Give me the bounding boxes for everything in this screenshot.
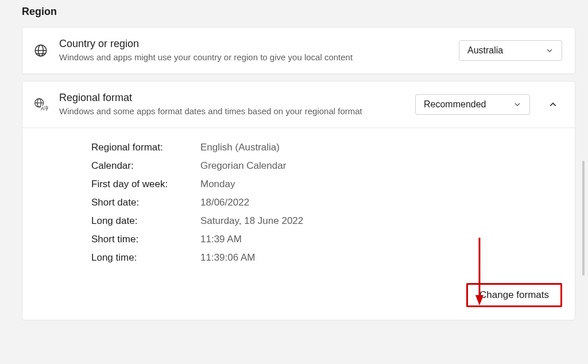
chevron-up-icon	[549, 100, 557, 109]
detail-value: English (Australia)	[200, 142, 280, 153]
change-formats-row: Change formats	[91, 283, 562, 307]
regional-format-dropdown[interactable]: Recommended	[415, 94, 530, 115]
detail-value: Gregorian Calendar	[200, 160, 286, 172]
regional-format-dropdown-value: Recommended	[424, 99, 486, 110]
regional-format-title: Regional format	[59, 92, 405, 104]
scrollbar[interactable]	[582, 161, 585, 276]
detail-regional-format: Regional format: English (Australia)	[91, 142, 562, 153]
detail-calendar: Calendar: Gregorian Calendar	[91, 160, 562, 172]
detail-value: 11:39 AM	[200, 234, 242, 245]
regional-format-details: Regional format: English (Australia) Cal…	[22, 127, 575, 320]
detail-label: Calendar:	[91, 160, 200, 172]
collapse-button[interactable]	[544, 95, 562, 114]
country-dropdown-value: Australia	[467, 45, 503, 56]
detail-label: Long time:	[91, 252, 200, 264]
detail-label: Long date:	[91, 215, 200, 227]
detail-label: Short time:	[91, 234, 200, 245]
chevron-down-icon	[546, 47, 554, 55]
detail-label: Regional format:	[91, 142, 200, 153]
country-region-text: Country or region Windows and apps might…	[59, 38, 448, 63]
change-formats-button[interactable]: Change formats	[466, 283, 562, 307]
chevron-down-icon	[513, 100, 521, 109]
country-region-title: Country or region	[59, 38, 448, 50]
country-region-desc: Windows and apps might use your country …	[59, 51, 381, 63]
detail-value: Monday	[200, 179, 235, 190]
regional-format-text: Regional format Windows and some apps fo…	[59, 92, 405, 117]
detail-short-date: Short date: 18/06/2022	[91, 197, 562, 208]
country-region-row: Country or region Windows and apps might…	[22, 28, 575, 73]
detail-first-day: First day of week: Monday	[91, 179, 562, 190]
regional-format-card: A字 Regional format Windows and some apps…	[22, 81, 575, 320]
detail-label: First day of week:	[91, 179, 200, 190]
detail-long-date: Long date: Saturday, 18 June 2022	[91, 215, 562, 227]
svg-text:A字: A字	[41, 106, 48, 111]
country-dropdown[interactable]: Australia	[459, 40, 562, 61]
globe-language-icon: A字	[33, 96, 49, 113]
detail-value: 18/06/2022	[200, 197, 249, 208]
country-region-card: Country or region Windows and apps might…	[22, 27, 575, 74]
detail-short-time: Short time: 11:39 AM	[91, 234, 562, 245]
detail-long-time: Long time: 11:39:06 AM	[91, 252, 562, 264]
detail-value: Saturday, 18 June 2022	[200, 215, 303, 227]
detail-value: 11:39:06 AM	[200, 252, 255, 264]
regional-format-row: A字 Regional format Windows and some apps…	[22, 82, 575, 127]
section-title: Region	[22, 6, 575, 18]
detail-label: Short date:	[91, 197, 200, 208]
regional-format-desc: Windows and some apps format dates and t…	[59, 105, 381, 117]
globe-icon	[33, 42, 49, 59]
